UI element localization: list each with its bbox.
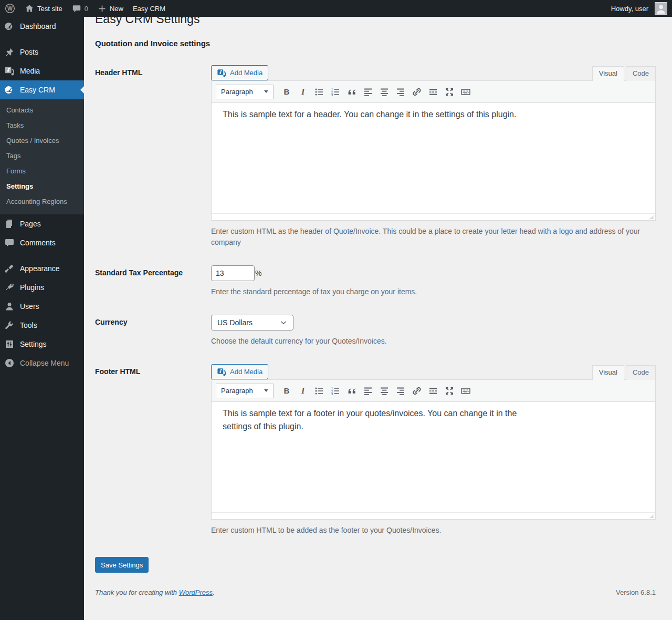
tab-visual[interactable]: Visual (592, 66, 624, 81)
align-center-button[interactable] (376, 85, 392, 99)
add-media-button[interactable]: Add Media (211, 65, 268, 80)
avatar-silhouette-icon (655, 3, 667, 14)
link-button[interactable] (409, 384, 425, 398)
footer-html-description: Enter custom HTML to be added as the foo… (211, 525, 652, 536)
align-left-button[interactable] (360, 384, 376, 398)
blockquote-icon (346, 386, 357, 396)
align-center-icon (379, 87, 390, 97)
align-center-button[interactable] (376, 384, 392, 398)
sidebar-item-easy-crm[interactable]: Easy CRM (0, 80, 84, 99)
plugin-icon (4, 282, 15, 293)
blockquote-button[interactable] (344, 384, 360, 398)
bold-button[interactable]: B (279, 85, 295, 99)
add-media-button[interactable]: Add Media (211, 364, 268, 379)
easy-crm-adminbar-link[interactable]: Easy CRM (128, 0, 170, 17)
resize-grip[interactable] (648, 214, 654, 220)
header-html-description: Enter custom HTML as the header of Quote… (211, 226, 652, 248)
sidebar-item-settings[interactable]: Settings (0, 335, 84, 354)
numbered-list-button[interactable]: 123 (328, 85, 343, 99)
blockquote-icon (346, 87, 357, 97)
paragraph-format-label: Paragraph (221, 387, 253, 395)
sidebar-item-label: Appearance (20, 264, 60, 273)
collapse-menu-button[interactable]: Collapse Menu (0, 354, 84, 373)
add-media-icon (217, 367, 226, 377)
comment-icon (4, 237, 15, 248)
submenu-item-tags[interactable]: Tags (0, 148, 84, 163)
tax-input[interactable] (211, 265, 255, 281)
site-name-link[interactable]: Test site (20, 0, 67, 17)
align-right-button[interactable] (393, 85, 408, 99)
submenu-item-tasks[interactable]: Tasks (0, 118, 84, 133)
sidebar-item-plugins[interactable]: Plugins (0, 278, 84, 297)
footer-html-content[interactable]: This is sample text for a footer in your… (212, 402, 655, 512)
sidebar-item-tools[interactable]: Tools (0, 316, 84, 335)
keyboard-shortcuts-button[interactable] (458, 384, 474, 398)
thanks-text: Thank you for creating with WordPress. (95, 588, 215, 596)
align-right-icon (395, 87, 406, 97)
read-more-button[interactable] (425, 85, 441, 99)
italic-icon: I (301, 87, 304, 97)
link-button[interactable] (409, 85, 425, 99)
sidebar-item-label: Comments (20, 239, 56, 247)
sidebar-item-comments[interactable]: Comments (0, 233, 84, 252)
read-more-button[interactable] (425, 384, 441, 398)
numbered-list-icon: 123 (330, 87, 341, 97)
submenu-item-settings[interactable]: Settings (0, 179, 84, 194)
italic-button[interactable]: I (295, 384, 311, 398)
user-icon (4, 301, 15, 312)
wrench-icon (4, 320, 15, 330)
paragraph-format-select[interactable]: Paragraph (216, 384, 274, 398)
sidebar-item-dashboard[interactable]: Dashboard (0, 17, 84, 36)
admin-bar: W Test site 0 New Easy CRM Howdy, user (0, 0, 672, 17)
gauge-icon (4, 85, 15, 95)
sidebar-item-appearance[interactable]: Appearance (0, 259, 84, 278)
resize-grip[interactable] (648, 513, 654, 519)
submenu-item-forms[interactable]: Forms (0, 163, 84, 179)
fullscreen-icon (444, 386, 455, 396)
tab-visual[interactable]: Visual (592, 365, 624, 380)
fullscreen-button[interactable] (442, 85, 457, 99)
paragraph-format-select[interactable]: Paragraph (216, 85, 274, 99)
numbered-list-icon: 123 (330, 386, 341, 396)
tab-code[interactable]: Code (626, 66, 656, 81)
keyboard-shortcuts-button[interactable] (458, 85, 474, 99)
new-content-menu[interactable]: New (93, 0, 128, 17)
align-right-button[interactable] (393, 384, 408, 398)
bulleted-list-button[interactable] (311, 384, 327, 398)
comments-count: 0 (85, 5, 88, 13)
my-account-menu[interactable]: Howdy, user (606, 0, 672, 17)
sidebar-item-users[interactable]: Users (0, 297, 84, 316)
numbered-list-button[interactable]: 123 (328, 384, 343, 398)
fullscreen-button[interactable] (442, 384, 457, 398)
header-html-content[interactable]: This is sample text for a header. You ca… (212, 103, 655, 213)
tab-code[interactable]: Code (626, 365, 656, 380)
wordpress-menu[interactable]: W (0, 0, 20, 17)
section-title: Quotation and Invoice settings (95, 39, 656, 48)
sidebar-item-posts[interactable]: Posts (0, 43, 84, 61)
bulleted-list-button[interactable] (311, 85, 327, 99)
svg-text:3: 3 (331, 392, 333, 396)
currency-select[interactable]: US Dollars (211, 315, 293, 330)
comments-link[interactable]: 0 (67, 0, 93, 17)
pages-icon (4, 219, 15, 229)
header-html-label: Header HTML (95, 65, 211, 248)
sidebar-item-media[interactable]: Media (0, 61, 84, 80)
brush-icon (4, 263, 15, 274)
site-name-label: Test site (37, 5, 62, 13)
sidebar-item-label: Media (20, 67, 40, 75)
add-media-icon (217, 68, 226, 78)
wordpress-link[interactable]: WordPress (179, 588, 213, 596)
sidebar-item-pages[interactable]: Pages (0, 214, 84, 233)
italic-icon: I (301, 386, 304, 396)
thanks-suffix: . (213, 588, 215, 596)
submenu-item-quotes-invoices[interactable]: Quotes / Invoices (0, 133, 84, 148)
submenu-item-accounting-regions[interactable]: Accounting Regions (0, 194, 84, 209)
link-icon (412, 386, 422, 396)
chevron-down-icon (280, 319, 287, 326)
blockquote-button[interactable] (344, 85, 360, 99)
save-settings-button[interactable]: Save Settings (95, 557, 149, 573)
align-left-button[interactable] (360, 85, 376, 99)
italic-button[interactable]: I (295, 85, 311, 99)
bold-button[interactable]: B (279, 384, 295, 398)
submenu-item-contacts[interactable]: Contacts (0, 102, 84, 118)
